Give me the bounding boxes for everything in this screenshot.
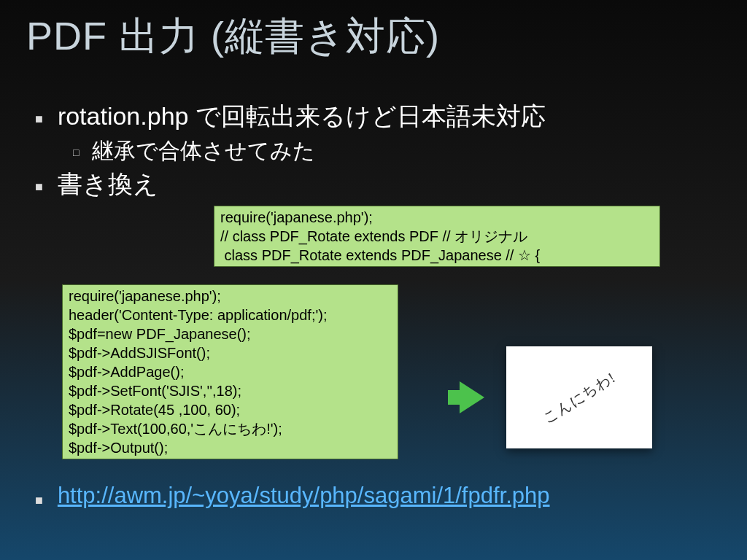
bullet-item: ■ rotation.php で回転出来るけど日本語未対応: [35, 100, 712, 133]
bullet-icon: ■: [35, 493, 43, 508]
code-snippet-class: require('japanese.php'); // class PDF_Ro…: [214, 206, 660, 267]
bullet-icon: □: [73, 147, 79, 158]
bullet-item-link: ■ http://awm.jp/~yoya/study/php/sagami/1…: [35, 483, 550, 509]
arrow-right-icon: [460, 381, 484, 413]
slide-title: PDF 出力 (縦書き対応): [0, 0, 747, 71]
code-snippet-usage: require('japanese.php'); header('Content…: [62, 284, 398, 459]
bullet-text: 書き換え: [58, 168, 158, 201]
reference-link[interactable]: http://awm.jp/~yoya/study/php/sagami/1/f…: [58, 483, 550, 509]
pdf-output-preview: こんにちわ!: [506, 346, 652, 448]
bullet-item: ■ 書き換え: [35, 168, 158, 201]
bullet-icon: ■: [35, 179, 43, 195]
slide-body: ■ rotation.php で回転出来るけど日本語未対応 □ 継承で合体させて…: [0, 71, 747, 204]
bullet-subitem: □ 継承で合体させてみた: [73, 136, 712, 166]
bullet-text: rotation.php で回転出来るけど日本語未対応: [58, 100, 546, 133]
bullet-icon: ■: [35, 112, 43, 127]
output-area: こんにちわ!: [460, 346, 652, 448]
bullet-text: 継承で合体させてみた: [92, 136, 315, 166]
rotated-sample-text: こんにちわ!: [539, 368, 619, 428]
